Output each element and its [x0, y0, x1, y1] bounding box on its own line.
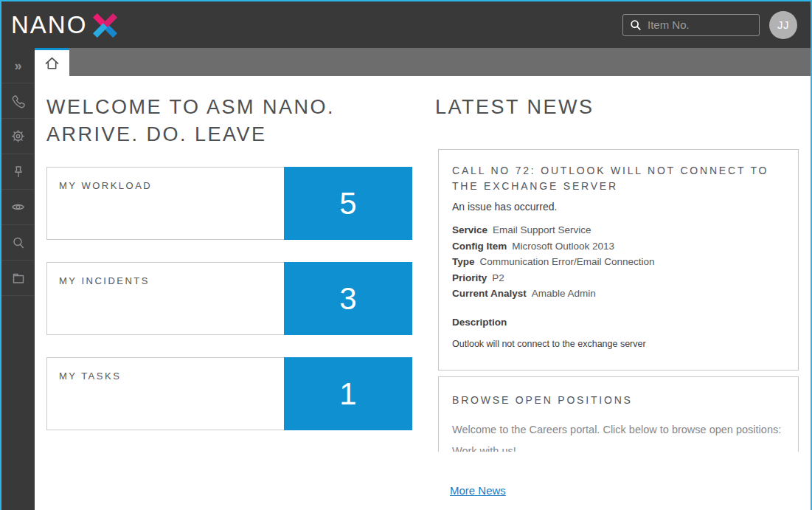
more-news-link[interactable]: More News: [450, 484, 506, 497]
gear-icon: [10, 128, 26, 144]
sidebar-item-settings[interactable]: [1, 119, 35, 154]
my-tasks-card[interactable]: MY TASKS 1: [46, 357, 412, 430]
field-current-analyst-value: Amable Admin: [532, 288, 596, 299]
news-item-open-positions[interactable]: BROWSE OPEN POSITIONS Welcome to the Car…: [438, 376, 799, 452]
my-tasks-label: MY TASKS: [59, 371, 121, 382]
my-incidents-label: MY INCIDENTS: [59, 275, 150, 286]
field-config-item-value: Microsoft Outlook 2013: [512, 241, 614, 252]
careers-body-text: Welcome to the Careers portal. Click bel…: [452, 424, 785, 435]
main-content: WELCOME TO ASM NANO. ARRIVE. DO. LEAVE L…: [35, 76, 811, 510]
user-avatar[interactable]: JJ: [769, 11, 797, 39]
welcome-heading-line2: ARRIVE. DO. LEAVE: [46, 121, 434, 148]
top-bar: NANO: [1, 1, 811, 48]
sidebar-item-search[interactable]: [1, 225, 35, 261]
my-incidents-card[interactable]: MY INCIDENTS 3: [46, 262, 412, 335]
field-type-label: Type: [452, 256, 475, 267]
topbar-right-group: JJ: [622, 11, 811, 39]
field-config-item-label: Config Item: [452, 241, 507, 252]
my-workload-card[interactable]: MY WORKLOAD 5: [46, 167, 412, 240]
nano-x-logo-icon: [93, 13, 117, 38]
left-sidebar: »: [1, 48, 35, 510]
home-icon: [44, 55, 60, 72]
field-service-value: Email Support Service: [493, 224, 591, 235]
welcome-heading: WELCOME TO ASM NANO. ARRIVE. DO. LEAVE: [46, 94, 434, 148]
sidebar-item-pinned[interactable]: [1, 154, 35, 190]
field-type-value: Communication Error/Email Connection: [480, 256, 655, 267]
tab-home[interactable]: [35, 48, 69, 76]
latest-news-heading: LATEST NEWS: [435, 94, 594, 121]
pin-icon: [11, 165, 26, 179]
field-current-analyst: Current AnalystAmable Admin: [452, 286, 785, 302]
field-priority-value: P2: [492, 272, 504, 283]
window-icon: [11, 271, 26, 286]
field-priority: PriorityP2: [452, 270, 785, 286]
news-item-call-72[interactable]: CALL NO 72: OUTLOOK WILL NOT CONNECT TO …: [438, 149, 799, 371]
call-detail-fields: ServiceEmail Support Service Config Item…: [452, 222, 785, 302]
my-incidents-count: 3: [284, 262, 412, 335]
my-tasks-count: 1: [284, 357, 412, 430]
news-item-intro: An issue has occurred.: [452, 201, 785, 213]
field-service-label: Service: [452, 224, 487, 235]
sidebar-item-watch[interactable]: [1, 190, 35, 225]
field-current-analyst-label: Current Analyst: [452, 288, 527, 299]
sidebar-expand-button[interactable]: »: [1, 48, 35, 83]
workload-cards: MY WORKLOAD 5 MY INCIDENTS 3 MY TASKS 1: [46, 167, 412, 452]
nano-logo-text: NANO: [11, 13, 87, 37]
field-config-item: Config ItemMicrosoft Outlook 2013: [452, 238, 785, 255]
asm-nano-window: NANO: [1, 1, 811, 510]
field-type: TypeCommunication Error/Email Connection: [452, 254, 785, 270]
phone-icon: [11, 94, 26, 108]
description-text: Outlook will not connect to the exchange…: [452, 339, 785, 349]
double-chevron-right-icon: »: [14, 59, 21, 72]
item-search-box[interactable]: [622, 14, 760, 36]
search-icon: [630, 19, 642, 31]
my-workload-count: 5: [284, 167, 412, 240]
news-item-title: CALL NO 72: OUTLOOK WILL NOT CONNECT TO …: [452, 163, 785, 194]
field-priority-label: Priority: [452, 272, 487, 283]
sidebar-item-windows[interactable]: [1, 261, 35, 296]
sidebar-item-calls[interactable]: [1, 83, 35, 119]
news-item-title: BROWSE OPEN POSITIONS: [452, 393, 785, 408]
field-service: ServiceEmail Support Service: [452, 222, 785, 238]
tab-strip: [35, 48, 811, 76]
eye-icon: [10, 199, 26, 215]
nano-logo: NANO: [11, 12, 117, 38]
news-list: CALL NO 72: OUTLOOK WILL NOT CONNECT TO …: [438, 149, 799, 452]
description-label: Description: [452, 317, 785, 328]
item-number-input[interactable]: [648, 18, 752, 31]
welcome-heading-line1: WELCOME TO ASM NANO.: [46, 94, 434, 121]
careers-teaser-text: Work with us!: [452, 445, 785, 452]
my-workload-label: MY WORKLOAD: [59, 180, 152, 191]
search-icon: [11, 235, 26, 250]
